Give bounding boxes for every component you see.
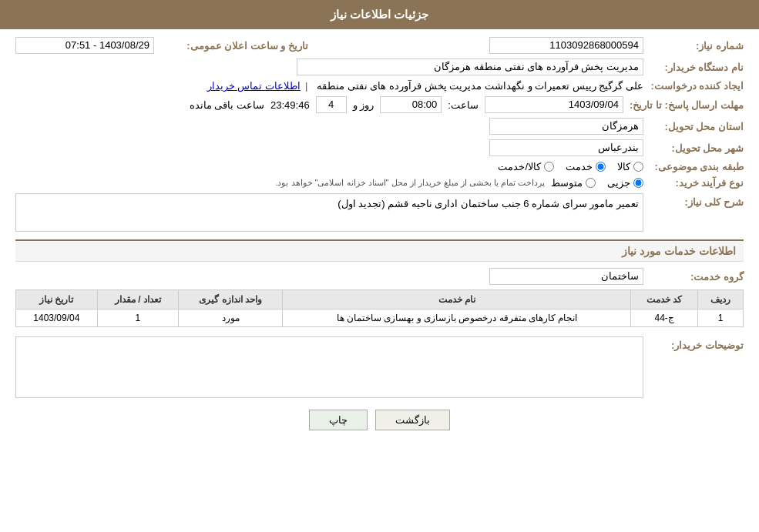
creator-row: ایجاد کننده درخواست: علی گرگیج رییس تعمی… <box>15 80 744 92</box>
need-number-row: شماره نیاز: 1103092868000594 تاریخ و ساع… <box>15 37 744 54</box>
city-label: شهر محل تحویل: <box>643 142 744 154</box>
purchase-label-medium: متوسط <box>551 177 583 189</box>
content-area: شماره نیاز: 1103092868000594 تاریخ و ساع… <box>0 29 759 438</box>
col-need-date: تاریخ نیاز <box>16 290 98 309</box>
reply-deadline-label: مهلت ارسال پاسخ: تا تاریخ: <box>623 99 744 111</box>
description-label: شرح کلی نیاز: <box>643 193 744 208</box>
purchase-type-label: نوع فرآیند خرید: <box>643 177 744 189</box>
col-quantity: تعداد / مقدار <box>97 290 179 309</box>
category-radio-both[interactable] <box>544 162 554 172</box>
province-row: استان محل تحویل: هرمزگان <box>15 118 744 135</box>
print-button[interactable]: چاپ <box>309 410 368 430</box>
purchase-type-partial: جزیی <box>607 177 643 189</box>
reply-time-value: 08:00 <box>380 96 442 113</box>
remaining-time-value: 23:49:46 <box>270 99 310 111</box>
back-button[interactable]: بازگشت <box>375 410 450 430</box>
buyer-org-value: مدیریت پخش فرآورده های نفتی منطقه هرمزگا… <box>297 59 643 75</box>
remaining-suffix: ساعت باقی مانده <box>190 99 264 111</box>
reply-deadline-row: مهلت ارسال پاسخ: تا تاریخ: 1403/09/04 سا… <box>15 96 744 113</box>
category-row: طبقه بندی موضوعی: کالا خدمت کالا/خدمت <box>15 161 744 172</box>
reply-time-label: ساعت: <box>448 99 479 111</box>
description-row: شرح کلی نیاز: تعمیر مامور سرای شماره 6 ج… <box>15 193 744 232</box>
creator-value: علی گرگیج رییس تعمیرات و نگهداشت مدیریت … <box>317 80 643 92</box>
category-label: طبقه بندی موضوعی: <box>643 161 744 172</box>
table-row: 1ج-44انجام کارهای متفرقه درخصوص بازسازی … <box>16 309 744 327</box>
col-unit: واحد اندازه گیری <box>179 290 283 309</box>
buyer-org-label: نام دستگاه خریدار: <box>643 62 744 73</box>
buyer-notes-row: توضیحات خریدار: <box>15 336 744 398</box>
category-radio-service[interactable] <box>596 162 606 172</box>
announcement-datetime-value: 1403/08/29 - 07:51 <box>15 37 154 54</box>
category-label-goods: کالا <box>617 161 630 172</box>
description-value: تعمیر مامور سرای شماره 6 جنب ساختمان ادا… <box>15 193 643 232</box>
purchase-note: پرداخت تمام یا بخشی از مبلغ خریدار از مح… <box>275 178 545 188</box>
col-row-num: ردیف <box>698 290 744 309</box>
service-group-row: گروه خدمت: ساختمان <box>15 268 744 285</box>
city-value: بندرعباس <box>489 139 643 156</box>
page-title: جزئیات اطلاعات نیاز <box>331 8 428 21</box>
category-option-service: خدمت <box>566 161 606 172</box>
city-row: شهر محل تحویل: بندرعباس <box>15 139 744 156</box>
category-option-goods: کالا <box>617 161 643 172</box>
creator-contact-link[interactable]: اطلاعات تماس خریدار <box>207 80 301 92</box>
province-value: هرمزگان <box>489 118 643 135</box>
col-service-name: نام خدمت <box>283 290 631 309</box>
service-group-value: ساختمان <box>489 268 643 285</box>
col-service-code: کد خدمت <box>631 290 698 309</box>
services-table: ردیف کد خدمت نام خدمت واحد اندازه گیری ت… <box>15 289 744 327</box>
purchase-type-options: جزیی متوسط <box>551 177 643 189</box>
purchase-radio-partial[interactable] <box>633 178 643 188</box>
page-header: جزئیات اطلاعات نیاز <box>0 0 759 29</box>
category-label-service: خدمت <box>566 161 593 172</box>
province-label: استان محل تحویل: <box>643 121 744 132</box>
services-section-title: اطلاعات خدمات مورد نیاز <box>15 239 744 262</box>
creator-label: ایجاد کننده درخواست: <box>643 80 744 92</box>
buttons-row: بازگشت چاپ <box>15 410 744 430</box>
need-number-label: شماره نیاز: <box>643 40 744 52</box>
announcement-label: تاریخ و ساعت اعلان عمومی: <box>154 40 308 52</box>
remaining-days-value: 4 <box>316 96 347 113</box>
category-option-both: کالا/خدمت <box>498 161 554 172</box>
category-label-both: کالا/خدمت <box>498 161 541 172</box>
purchase-type-medium: متوسط <box>551 177 596 189</box>
buyer-notes-textarea[interactable] <box>15 336 643 398</box>
need-number-value: 1103092868000594 <box>489 37 643 54</box>
buyer-notes-label: توضیحات خریدار: <box>643 336 744 351</box>
purchase-label-partial: جزیی <box>607 177 630 189</box>
category-options: کالا خدمت کالا/خدمت <box>498 161 643 172</box>
service-group-label: گروه خدمت: <box>643 271 744 283</box>
purchase-type-row: نوع فرآیند خرید: جزیی متوسط پرداخت تمام … <box>15 177 744 189</box>
buyer-org-row: نام دستگاه خریدار: مدیریت پخش فرآورده ها… <box>15 59 744 75</box>
remaining-days-label: روز و <box>353 99 374 111</box>
category-radio-goods[interactable] <box>633 162 643 172</box>
reply-date-value: 1403/09/04 <box>485 96 623 113</box>
purchase-radio-medium[interactable] <box>586 178 596 188</box>
page-wrapper: جزئیات اطلاعات نیاز شماره نیاز: 11030928… <box>0 0 759 532</box>
